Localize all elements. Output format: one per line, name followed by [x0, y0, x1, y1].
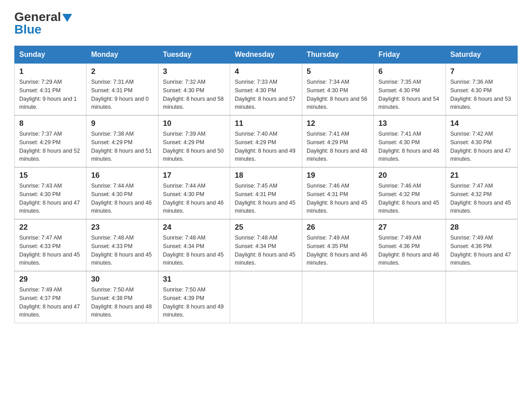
day-number: 26: [307, 223, 369, 232]
day-number: 23: [91, 223, 153, 232]
day-number: 10: [163, 119, 225, 128]
calendar-cell: [446, 271, 517, 323]
calendar-week-row: 29Sunrise: 7:49 AMSunset: 4:37 PMDayligh…: [15, 271, 518, 323]
calendar-cell: 26Sunrise: 7:49 AMSunset: 4:35 PMDayligh…: [302, 219, 373, 271]
calendar-cell: 30Sunrise: 7:50 AMSunset: 4:38 PMDayligh…: [86, 271, 158, 323]
day-number: 25: [235, 223, 297, 232]
calendar-cell: 28Sunrise: 7:49 AMSunset: 4:36 PMDayligh…: [446, 219, 517, 271]
calendar-cell: 31Sunrise: 7:50 AMSunset: 4:39 PMDayligh…: [158, 271, 230, 323]
day-info: Sunrise: 7:49 AMSunset: 4:35 PMDaylight:…: [307, 234, 369, 267]
day-info: Sunrise: 7:41 AMSunset: 4:29 PMDaylight:…: [307, 130, 369, 163]
day-info: Sunrise: 7:33 AMSunset: 4:30 PMDaylight:…: [235, 78, 297, 111]
column-header-thursday: Thursday: [302, 46, 373, 64]
day-number: 12: [307, 119, 369, 128]
calendar-cell: 9Sunrise: 7:38 AMSunset: 4:29 PMDaylight…: [86, 116, 158, 167]
day-info: Sunrise: 7:49 AMSunset: 4:36 PMDaylight:…: [450, 234, 513, 267]
day-number: 9: [91, 119, 153, 128]
day-number: 24: [163, 223, 225, 232]
calendar-cell: 15Sunrise: 7:43 AMSunset: 4:30 PMDayligh…: [15, 167, 86, 219]
day-number: 5: [307, 67, 369, 76]
svg-marker-0: [62, 14, 72, 22]
logo: General Blue: [14, 11, 72, 37]
day-info: Sunrise: 7:49 AMSunset: 4:36 PMDaylight:…: [378, 234, 441, 267]
calendar-cell: 3Sunrise: 7:32 AMSunset: 4:30 PMDaylight…: [158, 64, 230, 116]
day-info: Sunrise: 7:42 AMSunset: 4:30 PMDaylight:…: [450, 130, 513, 163]
day-number: 22: [19, 223, 82, 232]
day-info: Sunrise: 7:46 AMSunset: 4:31 PMDaylight:…: [307, 182, 369, 215]
day-info: Sunrise: 7:44 AMSunset: 4:30 PMDaylight:…: [91, 182, 153, 215]
calendar-cell: 13Sunrise: 7:41 AMSunset: 4:30 PMDayligh…: [374, 116, 446, 167]
day-info: Sunrise: 7:48 AMSunset: 4:34 PMDaylight:…: [163, 234, 225, 267]
day-info: Sunrise: 7:45 AMSunset: 4:31 PMDaylight:…: [235, 182, 297, 215]
day-number: 19: [307, 171, 369, 180]
column-header-monday: Monday: [86, 46, 158, 64]
column-header-sunday: Sunday: [15, 46, 86, 64]
day-number: 8: [19, 119, 82, 128]
day-number: 11: [235, 119, 297, 128]
calendar-week-row: 15Sunrise: 7:43 AMSunset: 4:30 PMDayligh…: [15, 167, 518, 219]
calendar-cell: [302, 271, 373, 323]
day-info: Sunrise: 7:48 AMSunset: 4:34 PMDaylight:…: [235, 234, 297, 267]
calendar-week-row: 8Sunrise: 7:37 AMSunset: 4:29 PMDaylight…: [15, 116, 518, 167]
calendar-cell: [230, 271, 302, 323]
day-info: Sunrise: 7:41 AMSunset: 4:30 PMDaylight:…: [378, 130, 441, 163]
day-info: Sunrise: 7:36 AMSunset: 4:30 PMDaylight:…: [450, 78, 513, 111]
calendar-cell: 23Sunrise: 7:48 AMSunset: 4:33 PMDayligh…: [86, 219, 158, 271]
calendar-cell: 21Sunrise: 7:47 AMSunset: 4:32 PMDayligh…: [446, 167, 517, 219]
day-number: 14: [450, 119, 513, 128]
calendar-week-row: 1Sunrise: 7:29 AMSunset: 4:31 PMDaylight…: [15, 64, 518, 116]
day-number: 15: [19, 171, 82, 180]
calendar-cell: 2Sunrise: 7:31 AMSunset: 4:31 PMDaylight…: [86, 64, 158, 116]
day-info: Sunrise: 7:50 AMSunset: 4:39 PMDaylight:…: [163, 286, 225, 319]
calendar-cell: 8Sunrise: 7:37 AMSunset: 4:29 PMDaylight…: [15, 116, 86, 167]
calendar-cell: 7Sunrise: 7:36 AMSunset: 4:30 PMDaylight…: [446, 64, 517, 116]
day-number: 31: [163, 275, 225, 284]
day-info: Sunrise: 7:37 AMSunset: 4:29 PMDaylight:…: [19, 130, 82, 163]
day-number: 13: [378, 119, 441, 128]
logo-blue: Blue: [14, 22, 42, 37]
column-header-tuesday: Tuesday: [158, 46, 230, 64]
day-number: 1: [19, 67, 82, 76]
day-info: Sunrise: 7:40 AMSunset: 4:29 PMDaylight:…: [235, 130, 297, 163]
day-number: 27: [378, 223, 441, 232]
day-info: Sunrise: 7:48 AMSunset: 4:33 PMDaylight:…: [91, 234, 153, 267]
calendar-cell: 18Sunrise: 7:45 AMSunset: 4:31 PMDayligh…: [230, 167, 302, 219]
column-header-saturday: Saturday: [446, 46, 517, 64]
calendar-cell: 12Sunrise: 7:41 AMSunset: 4:29 PMDayligh…: [302, 116, 373, 167]
calendar-cell: 1Sunrise: 7:29 AMSunset: 4:31 PMDaylight…: [15, 64, 86, 116]
day-info: Sunrise: 7:38 AMSunset: 4:29 PMDaylight:…: [91, 130, 153, 163]
day-info: Sunrise: 7:49 AMSunset: 4:37 PMDaylight:…: [19, 286, 82, 319]
calendar-cell: 6Sunrise: 7:35 AMSunset: 4:30 PMDaylight…: [374, 64, 446, 116]
calendar-cell: 19Sunrise: 7:46 AMSunset: 4:31 PMDayligh…: [302, 167, 373, 219]
calendar-header-row: SundayMondayTuesdayWednesdayThursdayFrid…: [15, 46, 518, 64]
calendar-cell: 20Sunrise: 7:46 AMSunset: 4:32 PMDayligh…: [374, 167, 446, 219]
calendar-cell: 17Sunrise: 7:44 AMSunset: 4:30 PMDayligh…: [158, 167, 230, 219]
day-number: 16: [91, 171, 153, 180]
calendar-table: SundayMondayTuesdayWednesdayThursdayFrid…: [14, 46, 518, 323]
day-info: Sunrise: 7:39 AMSunset: 4:29 PMDaylight:…: [163, 130, 225, 163]
calendar-cell: 4Sunrise: 7:33 AMSunset: 4:30 PMDaylight…: [230, 64, 302, 116]
day-number: 21: [450, 171, 513, 180]
calendar-cell: 11Sunrise: 7:40 AMSunset: 4:29 PMDayligh…: [230, 116, 302, 167]
day-info: Sunrise: 7:47 AMSunset: 4:32 PMDaylight:…: [450, 182, 513, 215]
logo-triangle-icon: [62, 14, 72, 22]
calendar-cell: 16Sunrise: 7:44 AMSunset: 4:30 PMDayligh…: [86, 167, 158, 219]
calendar-cell: 10Sunrise: 7:39 AMSunset: 4:29 PMDayligh…: [158, 116, 230, 167]
day-info: Sunrise: 7:29 AMSunset: 4:31 PMDaylight:…: [19, 78, 82, 111]
day-number: 4: [235, 67, 297, 76]
calendar-cell: 22Sunrise: 7:47 AMSunset: 4:33 PMDayligh…: [15, 219, 86, 271]
calendar-cell: [374, 271, 446, 323]
day-info: Sunrise: 7:31 AMSunset: 4:31 PMDaylight:…: [91, 78, 153, 111]
day-number: 28: [450, 223, 513, 232]
day-info: Sunrise: 7:32 AMSunset: 4:30 PMDaylight:…: [163, 78, 225, 111]
day-info: Sunrise: 7:35 AMSunset: 4:30 PMDaylight:…: [378, 78, 441, 111]
day-info: Sunrise: 7:34 AMSunset: 4:30 PMDaylight:…: [307, 78, 369, 111]
column-header-friday: Friday: [374, 46, 446, 64]
day-info: Sunrise: 7:50 AMSunset: 4:38 PMDaylight:…: [91, 286, 153, 319]
page-header: General Blue: [14, 11, 518, 37]
column-header-wednesday: Wednesday: [230, 46, 302, 64]
day-info: Sunrise: 7:46 AMSunset: 4:32 PMDaylight:…: [378, 182, 441, 215]
calendar-cell: 24Sunrise: 7:48 AMSunset: 4:34 PMDayligh…: [158, 219, 230, 271]
calendar-week-row: 22Sunrise: 7:47 AMSunset: 4:33 PMDayligh…: [15, 219, 518, 271]
day-number: 20: [378, 171, 441, 180]
